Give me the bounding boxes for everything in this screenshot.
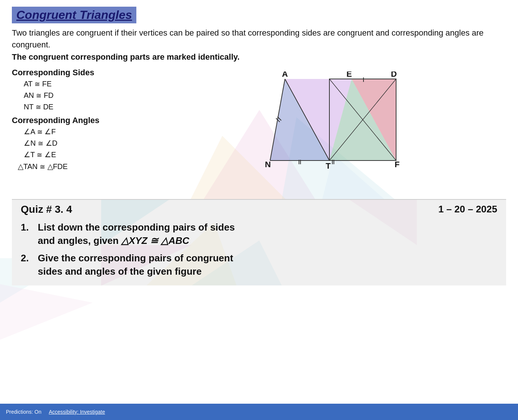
intro-line1: Two triangles are congruent if their ver… bbox=[12, 28, 484, 49]
title-block: Congruent Triangles bbox=[12, 7, 136, 23]
triangle-congruence-statement: △TAN ≅ △FDE bbox=[18, 162, 171, 171]
angle-item-2: ∠N ≅ ∠D bbox=[24, 138, 171, 149]
svg-text:T: T bbox=[326, 161, 331, 171]
svg-text:E: E bbox=[346, 72, 352, 79]
diagram-svg: A E D N T F bbox=[255, 72, 433, 190]
footer-predictions-label: Predictions: On bbox=[6, 409, 41, 415]
footer-accessibility-link[interactable]: Accessibility: Investigate bbox=[49, 409, 105, 415]
quiz-item-2: 2. Give the corresponding pairs of congr… bbox=[21, 251, 497, 278]
bottom-bar: Predictions: On Accessibility: Investiga… bbox=[0, 404, 518, 420]
svg-text:N: N bbox=[265, 160, 271, 169]
main-row: Corresponding Sides AT ≅ FE AN ≅ FD NT ≅… bbox=[12, 68, 506, 190]
svg-text:A: A bbox=[282, 72, 288, 79]
side-item-3: NT ≅ DE bbox=[24, 101, 171, 113]
quiz-title: Quiz # 3. 4 bbox=[21, 204, 72, 215]
corresponding-angles-heading: Corresponding Angles bbox=[12, 116, 171, 125]
quiz-item-2-text: Give the corresponding pairs of congruen… bbox=[38, 251, 497, 278]
quiz-item-2-num: 2. bbox=[21, 251, 34, 278]
left-column: Corresponding Sides AT ≅ FE AN ≅ FD NT ≅… bbox=[12, 68, 171, 171]
quiz-item-1: 1. List down the corresponding pairs of … bbox=[21, 221, 497, 248]
angle-item-1: ∠A ≅ ∠F bbox=[24, 126, 171, 138]
quiz-item-1-num: 1. bbox=[21, 221, 34, 248]
quiz-date: 1 – 20 – 2025 bbox=[438, 204, 497, 215]
intro-text-1: Two triangles are congruent if their ver… bbox=[12, 27, 494, 51]
right-column: A E D N T F bbox=[171, 68, 506, 190]
quiz-section: Quiz # 3. 4 1 – 20 – 2025 1. List down t… bbox=[12, 199, 506, 286]
page-container: Congruent Triangles Two triangles are co… bbox=[0, 0, 518, 420]
side-item-1: AT ≅ FE bbox=[24, 78, 171, 90]
quiz-item-1-text: List down the corresponding pairs of sid… bbox=[38, 221, 497, 248]
corresponding-sides-heading: Corresponding Sides bbox=[12, 68, 171, 77]
page-title: Congruent Triangles bbox=[16, 8, 132, 22]
side-item-2: AN ≅ FD bbox=[24, 90, 171, 101]
angle-item-3: ∠T ≅ ∠E bbox=[24, 149, 171, 161]
svg-text:F: F bbox=[395, 160, 399, 169]
content-area: Congruent Triangles Two triangles are co… bbox=[0, 0, 518, 293]
quiz-header: Quiz # 3. 4 1 – 20 – 2025 bbox=[21, 204, 497, 215]
svg-text:D: D bbox=[391, 72, 397, 79]
intro-bold: The congruent corresponding parts are ma… bbox=[12, 52, 506, 62]
